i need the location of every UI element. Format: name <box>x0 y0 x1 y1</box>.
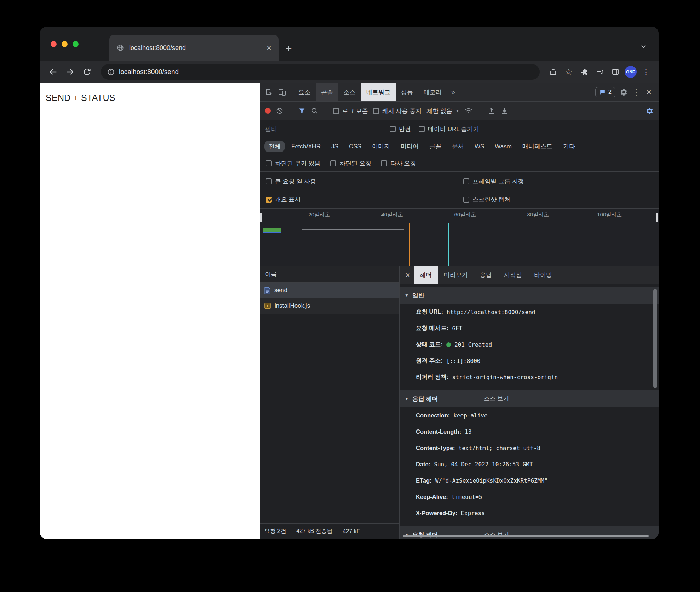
blocked-requests-checkbox[interactable]: 차단된 요청 <box>330 159 371 167</box>
request-view-source-link[interactable]: 소스 보기 <box>484 531 509 539</box>
header-value: Express <box>461 510 484 517</box>
checkbox[interactable] <box>463 197 469 203</box>
minimize-window-button[interactable] <box>62 41 68 47</box>
checkbox[interactable] <box>373 108 379 114</box>
checkbox[interactable] <box>463 178 469 184</box>
blocked-cookies-checkbox[interactable]: 차단된 쿠키 있음 <box>266 159 320 167</box>
invert-filter-checkbox[interactable]: 반전 <box>390 125 411 133</box>
console-messages-badge[interactable]: 2 <box>595 87 615 97</box>
checkbox[interactable] <box>390 126 396 132</box>
share-icon[interactable] <box>547 66 560 78</box>
close-window-button[interactable] <box>51 41 57 47</box>
checkbox[interactable] <box>381 160 387 166</box>
url-bar[interactable]: localhost:8000/send <box>101 64 540 80</box>
back-icon[interactable] <box>46 65 60 79</box>
more-tabs-icon[interactable]: » <box>447 88 459 96</box>
reload-icon[interactable] <box>80 65 94 79</box>
type-chip-other[interactable]: 기타 <box>559 141 579 152</box>
vertical-scrollbar[interactable] <box>653 289 657 388</box>
response-headers-section-header[interactable]: ▼ 응답 헤더 소스 보기 <box>400 390 659 407</box>
checkbox[interactable] <box>419 126 425 132</box>
clear-icon[interactable] <box>276 107 283 115</box>
network-overview-timeline[interactable]: 20밀리초40밀리초60밀리초80밀리초100밀리초 <box>260 208 659 266</box>
overview-right-handle[interactable] <box>656 213 658 222</box>
response-view-source-link[interactable]: 소스 보기 <box>484 395 509 403</box>
network-request-row-send[interactable]: send <box>260 283 399 298</box>
checkbox[interactable] <box>330 160 336 166</box>
devtools-close-icon[interactable]: × <box>645 87 653 97</box>
tab-close-icon[interactable]: × <box>266 44 271 52</box>
type-chip-font[interactable]: 글꼴 <box>425 141 446 152</box>
preserve-log-checkbox[interactable]: 로그 보존 <box>333 107 368 115</box>
details-close-icon[interactable]: × <box>402 271 414 279</box>
devtools-tab-performance[interactable]: 성능 <box>396 83 418 101</box>
general-section-header[interactable]: ▼ 일반 <box>400 287 659 304</box>
overview-left-handle[interactable] <box>260 213 262 222</box>
details-tab-headers[interactable]: 헤더 <box>414 266 438 284</box>
third-party-checkbox[interactable]: 타사 요청 <box>381 159 416 167</box>
details-tab-preview[interactable]: 미리보기 <box>438 266 474 284</box>
settings-gear-icon[interactable] <box>620 88 628 96</box>
maximize-window-button[interactable] <box>73 41 79 47</box>
search-icon[interactable] <box>311 107 319 115</box>
details-tab-timing[interactable]: 타이밍 <box>528 266 558 284</box>
name-column-header[interactable]: 이름 <box>260 266 399 283</box>
devtools-tab-elements[interactable]: 요소 <box>293 83 316 101</box>
type-chip-fetch-xhr[interactable]: Fetch/XHR <box>287 141 325 152</box>
disable-cache-checkbox[interactable]: 캐시 사용 중지 <box>373 107 421 115</box>
group-by-frame-checkbox[interactable]: 프레임별 그룹 지정 <box>463 177 524 186</box>
globe-icon <box>116 44 124 52</box>
devtools-tab-network[interactable]: 네트워크 <box>361 83 396 101</box>
extension-one-badge[interactable]: ONE <box>625 66 637 78</box>
devtools-menu-kebab-icon[interactable]: ⋮ <box>632 87 641 97</box>
capture-screenshots-checkbox[interactable]: 스크린샷 캡처 <box>463 195 510 204</box>
type-chip-css[interactable]: CSS <box>345 141 366 152</box>
export-har-icon[interactable] <box>500 107 509 115</box>
large-rows-checkbox[interactable]: 큰 요청 열 사용 <box>266 177 316 186</box>
type-chip-all[interactable]: 전체 <box>264 141 285 152</box>
checkbox[interactable] <box>266 160 272 166</box>
hide-data-urls-checkbox[interactable]: 데이터 URL 숨기기 <box>419 125 479 133</box>
type-chip-doc[interactable]: 문서 <box>448 141 468 152</box>
type-chip-media[interactable]: 미디어 <box>396 141 423 152</box>
checkbox[interactable] <box>333 108 339 114</box>
network-request-row-installhook-js[interactable]: installHook.js <box>260 298 399 314</box>
type-chip-js[interactable]: JS <box>327 141 343 152</box>
type-chip-img[interactable]: 이미지 <box>368 141 394 152</box>
side-panel-icon[interactable] <box>609 66 622 78</box>
browser-tab[interactable]: localhost:8000/send × <box>109 35 279 61</box>
header-key: X-Powered-By: <box>416 510 457 517</box>
bookmark-star-icon[interactable]: ☆ <box>562 66 575 78</box>
tab-search-chevron-icon[interactable] <box>639 42 648 51</box>
devtools-tab-console[interactable]: 콘솔 <box>316 83 338 101</box>
type-chip-wasm[interactable]: Wasm <box>490 141 516 152</box>
new-tab-button[interactable]: + <box>286 43 292 54</box>
throttling-select[interactable]: 제한 없음 ▼ <box>426 107 459 115</box>
horizontal-scrollbar[interactable] <box>403 535 649 537</box>
devtools-tab-memory[interactable]: 메모리 <box>418 83 447 101</box>
extensions-puzzle-icon[interactable] <box>578 66 591 78</box>
throttle-signal-icon[interactable] <box>464 107 473 115</box>
checkbox-checked[interactable] <box>266 197 272 203</box>
details-tab-response[interactable]: 응답 <box>474 266 498 284</box>
filter-funnel-icon[interactable] <box>298 107 306 115</box>
request-count: 요청 2건 <box>264 528 286 535</box>
details-tab-initiator[interactable]: 시작점 <box>498 266 528 284</box>
checkbox[interactable] <box>266 178 272 184</box>
site-info-icon[interactable] <box>107 68 115 76</box>
forward-icon[interactable] <box>63 65 77 79</box>
type-chip-manifest[interactable]: 매니페스트 <box>518 141 557 152</box>
disable-cache-label: 캐시 사용 중지 <box>382 107 421 115</box>
inspect-icon[interactable] <box>263 88 276 96</box>
filter-input[interactable] <box>265 126 382 133</box>
record-icon[interactable] <box>265 108 271 114</box>
network-settings-gear-icon[interactable] <box>646 107 654 115</box>
url-text: localhost:8000/send <box>119 68 179 76</box>
type-chip-ws[interactable]: WS <box>470 141 488 152</box>
media-playlist-icon[interactable] <box>593 66 606 78</box>
device-toolbar-icon[interactable] <box>276 88 288 96</box>
browser-menu-kebab-icon[interactable]: ⋮ <box>639 66 652 78</box>
import-har-icon[interactable] <box>487 107 495 115</box>
show-overview-checkbox[interactable]: 개요 표시 <box>266 195 301 204</box>
devtools-tab-sources[interactable]: 소스 <box>338 83 361 101</box>
